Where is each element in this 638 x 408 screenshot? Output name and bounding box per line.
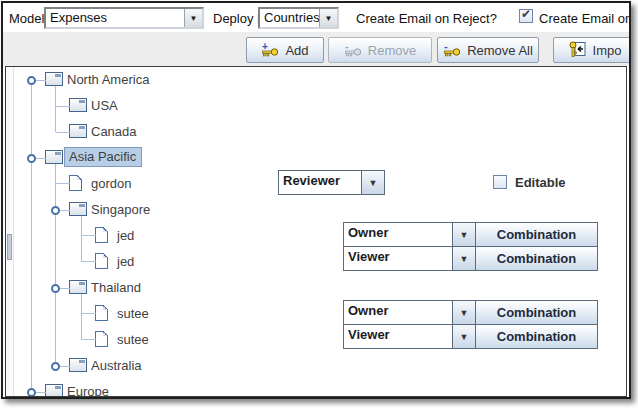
import-key-icon	[569, 41, 587, 59]
sutee-permission-grid: Owner ▼ Combination Viewer ▼ Combination	[343, 300, 598, 349]
folder-icon	[69, 98, 87, 112]
folder-icon	[69, 358, 87, 372]
role-select[interactable]: Viewer	[344, 247, 452, 270]
folder-icon	[45, 150, 63, 164]
tree-node-label[interactable]: gordon	[91, 176, 131, 191]
dropdown-arrow-icon[interactable]: ▼	[452, 247, 475, 270]
tree-row-thailand[interactable]: Thailand	[6, 275, 626, 301]
tree-row-canada[interactable]: Canada	[6, 119, 626, 145]
dropdown-arrow-icon[interactable]: ▼	[319, 9, 337, 27]
permission-row: Viewer ▼ Combination	[344, 247, 597, 270]
role-select[interactable]: Owner	[344, 301, 452, 324]
tree-row-usa[interactable]: USA	[6, 93, 626, 119]
folder-icon	[69, 280, 87, 294]
document-icon	[95, 331, 108, 347]
editable-checkbox[interactable]	[493, 175, 507, 189]
remove-all-key-icon: -	[443, 42, 461, 58]
reviewer-role-value: Reviewer	[279, 171, 361, 194]
expander-collapsed-icon[interactable]	[51, 362, 60, 371]
permission-row: Owner ▼ Combination	[344, 223, 597, 246]
tree-node-label[interactable]: USA	[91, 98, 118, 113]
tree-node-label[interactable]: Australia	[91, 358, 142, 373]
remove-button-label: Remove	[368, 43, 416, 58]
tree-row-asia-pacific[interactable]: Asia Pacific	[6, 145, 626, 171]
dropdown-arrow-icon[interactable]: ▼	[452, 223, 475, 246]
dropdown-arrow-icon[interactable]: ▼	[452, 325, 475, 348]
tree-row-north-america[interactable]: North America	[6, 67, 626, 93]
tree-node-label[interactable]: Thailand	[91, 280, 141, 295]
remove-key-icon: -	[344, 42, 362, 58]
dropdown-arrow-icon[interactable]: ▼	[361, 171, 384, 194]
expander-expanded-icon[interactable]	[27, 388, 36, 397]
remove-button[interactable]: - Remove	[328, 37, 432, 63]
permission-row: Viewer ▼ Combination	[344, 325, 597, 348]
role-select[interactable]: Viewer	[344, 325, 452, 348]
dropdown-arrow-icon[interactable]: ▼	[184, 9, 202, 27]
combination-button[interactable]: Combination	[475, 247, 597, 270]
folder-icon	[45, 384, 63, 397]
expander-expanded-icon[interactable]	[27, 76, 36, 85]
document-icon	[69, 175, 82, 191]
document-icon	[95, 253, 108, 269]
jed-permission-grid: Owner ▼ Combination Viewer ▼ Combination	[343, 222, 598, 271]
reviewer-role-select[interactable]: Reviewer ▼	[278, 170, 385, 195]
add-key-icon: +	[261, 42, 279, 58]
role-select[interactable]: Owner	[344, 223, 452, 246]
tree-node-label[interactable]: sutee	[117, 332, 149, 347]
model-label: Model	[9, 11, 44, 26]
deploy-by-select[interactable]: Countries ▼	[258, 7, 339, 29]
deploy-by-select-value: Countries	[260, 9, 319, 27]
document-icon	[95, 305, 108, 321]
app-window: Model Expenses ▼ Deploy By Countries ▼ C…	[1, 1, 631, 399]
email-submit-label: Create Email on Su	[539, 11, 631, 26]
tree-row-europe[interactable]: Europe	[6, 379, 626, 397]
tree-node-label[interactable]: North America	[67, 72, 149, 87]
combination-button[interactable]: Combination	[475, 301, 597, 324]
email-reject-label: Create Email on Reject?	[356, 11, 497, 26]
model-select[interactable]: Expenses ▼	[44, 7, 204, 29]
combination-button[interactable]: Combination	[475, 223, 597, 246]
import-button-label: Impo	[593, 43, 622, 58]
remove-all-button-label: Remove All	[467, 43, 533, 58]
email-reject-checkbox[interactable]	[519, 9, 533, 23]
model-select-value: Expenses	[46, 9, 184, 27]
tree-node-label[interactable]: Europe	[67, 384, 109, 397]
tree-node-label[interactable]: jed	[117, 228, 134, 243]
permission-row: Owner ▼ Combination	[344, 301, 597, 324]
tree-node-label[interactable]: jed	[117, 254, 134, 269]
tree-node-label-selected[interactable]: Asia Pacific	[64, 147, 142, 167]
tree-node-label[interactable]: Canada	[91, 124, 137, 139]
deployment-tree-panel: North America USA Canada Asia Pacific go…	[5, 66, 627, 397]
folder-icon	[69, 202, 87, 216]
tree-row-singapore[interactable]: Singapore	[6, 197, 626, 223]
folder-icon	[45, 72, 63, 86]
editable-label: Editable	[515, 175, 566, 190]
add-button-label: Add	[285, 43, 308, 58]
add-button[interactable]: + Add	[246, 37, 324, 63]
dropdown-arrow-icon[interactable]: ▼	[452, 301, 475, 324]
tree-node-label[interactable]: Singapore	[91, 202, 150, 217]
expander-expanded-icon[interactable]	[51, 284, 60, 293]
folder-icon	[69, 124, 87, 138]
combination-button[interactable]: Combination	[475, 325, 597, 348]
svg-text:+: +	[262, 42, 268, 52]
tree-node-label[interactable]: sutee	[117, 306, 149, 321]
expander-expanded-icon[interactable]	[51, 206, 60, 215]
svg-text:-: -	[345, 42, 349, 52]
svg-text:-: -	[444, 42, 448, 52]
tree-row-australia[interactable]: Australia	[6, 353, 626, 379]
remove-all-button[interactable]: - Remove All	[437, 37, 539, 63]
expander-expanded-icon[interactable]	[27, 154, 36, 163]
import-button[interactable]: Impo	[553, 37, 631, 63]
document-icon	[95, 227, 108, 243]
